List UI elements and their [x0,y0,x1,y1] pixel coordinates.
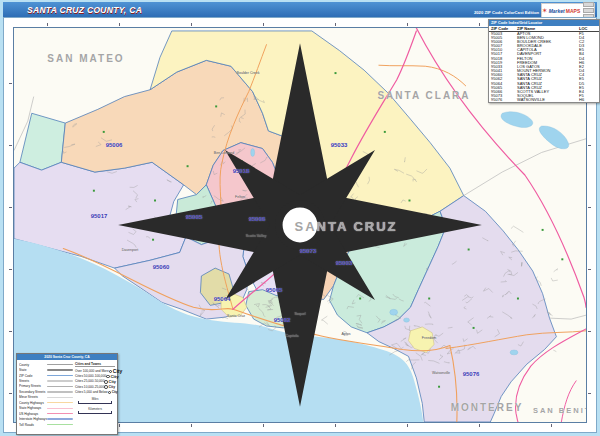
legend-line-sample [47,386,73,387]
legend-line-sample [47,402,73,403]
legend-line-sample [47,375,73,376]
marketmaps-logo: ✶ Market MAPS [541,3,595,18]
legend-city-row: Cities 25,000-50,000City [75,379,115,384]
legend-city-row: Cities 10,000-25,000City [75,384,115,389]
zip-index-rows: 95003APTOSF595005BEN LOMONDD495006BOULDE… [489,32,599,103]
legend-city-row: Cities 5,000 and BelowCity [75,390,115,395]
legend-city-rows: Over 100,000 and MoreCityCities 50,000-1… [75,368,115,395]
legend-line-sample [47,424,73,425]
legend-line-sample [47,397,73,398]
scalebar-km: Kilometers [75,407,115,414]
zip-index-table: ZIP Code Index/Grid Locator ZIP Code ZIP… [488,19,600,103]
map-legend: 2020 Santa Cruz County, CA CountyStateZI… [16,353,118,435]
legend-city-row: Over 100,000 and MoreCity [75,368,115,373]
scalebar-km-bar [78,411,112,414]
map-frame: SAN MATEOSANTA CLARASANTA CRUZMONTEREYSA… [3,17,597,433]
legend-row: Toll Roads [19,422,73,427]
legend-line-sample [47,413,73,414]
legend-line-sample [47,408,73,409]
scalebar-miles-bar [78,401,112,404]
scalebar-miles: Miles [75,397,115,404]
legend-line-sample [47,391,73,392]
logo-market-text: Market [549,8,565,14]
page-title: SANTA CRUZ COUNTY, CA [3,5,142,15]
legend-line-sample [47,369,73,370]
legend-city-row: Cities 50,000-100,000City [75,373,115,378]
logo-maps-text: MAPS [566,8,580,14]
zip-index-row: 95076WATSONVILLEH6 [489,98,599,102]
edition-label: 2020 ZIP Code ColorCast Edition [474,10,539,15]
legend-body: CountyStateZIP CodeStreetsPrimary Street… [17,360,117,433]
legend-cities: Cities and Towns Over 100,000 and MoreCi… [75,362,115,414]
legend-line-sample [47,380,73,381]
legend-cities-header: Cities and Towns [75,362,115,367]
map-poster-page: SANTA CRUZ COUNTY, CA 2020 ZIP Code Colo… [0,0,600,436]
legend-line-sample [47,364,73,365]
legend-line-samples: CountyStateZIP CodeStreetsPrimary Street… [19,362,73,427]
legend-line-sample [47,418,73,419]
logo-star-icon: ✶ [542,7,548,14]
ruler-left [4,26,12,424]
title-bar: SANTA CRUZ COUNTY, CA 2020 ZIP Code Colo… [3,2,597,17]
